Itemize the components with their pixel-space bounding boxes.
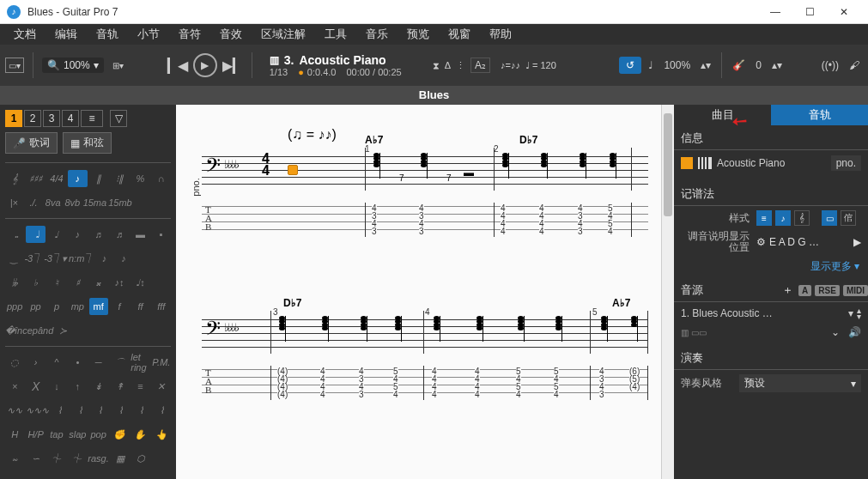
menu-window[interactable]: 视窗: [440, 24, 479, 45]
brush-down-icon[interactable]: ↓: [47, 378, 66, 395]
arpeggio-down-icon[interactable]: ↡: [89, 378, 108, 395]
wah-icon[interactable]: ⬡: [131, 450, 150, 467]
sharp-icon[interactable]: ♯: [68, 274, 87, 291]
tuning-value[interactable]: E A D G …: [769, 236, 850, 248]
track-color-swatch[interactable]: [681, 157, 693, 169]
multivoice-icon[interactable]: ≡: [81, 110, 103, 127]
tremolo2-icon[interactable]: ⫽⫽: [44, 474, 63, 479]
menu-tools[interactable]: 工具: [316, 24, 355, 45]
hammer-icon[interactable]: H: [5, 426, 24, 443]
tap-icon[interactable]: tap: [47, 426, 66, 443]
rasg-text-icon[interactable]: rasg.: [88, 450, 108, 467]
chevron-down-icon[interactable]: ▾: [848, 307, 853, 319]
note-tool-active[interactable]: ♪: [68, 170, 87, 187]
finger-icon[interactable]: 👆: [152, 426, 171, 443]
hand-icon[interactable]: ✋: [131, 426, 149, 443]
tab-track[interactable]: 音轨: [771, 105, 868, 125]
quarter-note-icon[interactable]: ♩: [47, 226, 66, 243]
dblflat-icon[interactable]: 𝄫: [5, 274, 24, 291]
decoration6-icon[interactable]: ⌇: [152, 402, 171, 419]
timesig-icon[interactable]: 4/4: [47, 170, 66, 187]
decoration1-icon[interactable]: ⌇: [51, 402, 70, 419]
edit-cursor[interactable]: [288, 165, 298, 175]
natural-icon[interactable]: ♮: [47, 274, 66, 291]
play-button[interactable]: ▶: [193, 53, 217, 77]
dyn-mp[interactable]: mp: [68, 298, 87, 315]
track-info[interactable]: ▥ 3. Acoustic Piano 1/13 ● 0:0.4.0 00:00…: [270, 53, 402, 77]
ottava-bassa-icon[interactable]: 8vb: [64, 194, 82, 211]
waveform-icon[interactable]: ▥ ▭▭: [681, 328, 707, 337]
repeat-alt-icon[interactable]: |×: [5, 194, 23, 211]
dyn-ff[interactable]: ff: [131, 298, 149, 315]
add-sound-icon[interactable]: ＋: [782, 282, 793, 298]
chevron-down-icon[interactable]: ▾: [851, 378, 856, 390]
dblsharp-icon[interactable]: 𝄪: [89, 274, 108, 291]
ottava-icon[interactable]: 8va: [44, 194, 62, 211]
expand-down-icon[interactable]: ⌄: [831, 326, 840, 338]
lyrics-button[interactable]: 🎤歌词: [5, 132, 58, 154]
wide-vib-icon[interactable]: ∿∿∿: [26, 402, 49, 419]
badge-midi[interactable]: MIDI: [843, 285, 868, 296]
skip-back-button[interactable]: ▎◀: [167, 58, 188, 74]
style-standard[interactable]: ≡: [756, 210, 772, 226]
tuplet-menu-icon[interactable]: -3⏋▾: [44, 250, 67, 267]
rasg-icon[interactable]: ≡: [131, 378, 149, 395]
ntuplet-icon[interactable]: n:m⏋: [69, 250, 94, 267]
quindicesima-bassa-icon[interactable]: 15mb: [108, 194, 132, 211]
strum-value[interactable]: 预设: [744, 376, 847, 391]
style-opt2[interactable]: 倌: [841, 210, 856, 226]
dyn-ppp[interactable]: ppp: [5, 298, 24, 315]
golpe-icon[interactable]: ✊: [110, 426, 129, 443]
minimize-button[interactable]: —: [758, 2, 792, 22]
mordent2-icon[interactable]: ⏆: [67, 450, 86, 467]
menu-preview[interactable]: 预览: [398, 24, 438, 45]
menu-bar-m[interactable]: 小节: [129, 24, 168, 45]
transpose-stepper[interactable]: ▴▾: [768, 59, 786, 71]
transpose-value[interactable]: 0: [752, 59, 765, 71]
pm-icon[interactable]: P.M.: [152, 354, 171, 371]
menu-note[interactable]: 音符: [170, 24, 209, 45]
coda-icon[interactable]: %: [131, 170, 149, 187]
eighth-note-icon[interactable]: ♪: [68, 226, 87, 243]
close-button[interactable]: ✕: [827, 2, 861, 22]
rest2-icon[interactable]: ▪: [152, 226, 171, 243]
menu-music[interactable]: 音乐: [357, 24, 397, 45]
decoration5-icon[interactable]: ⌇: [132, 402, 151, 419]
loop-button[interactable]: ↺: [619, 57, 641, 74]
hp-icon[interactable]: H/P: [26, 426, 45, 443]
layout-toggle[interactable]: ▭▾: [5, 58, 24, 73]
legato-icon[interactable]: ⌒: [110, 354, 129, 371]
show-more-link[interactable]: 显示更多 ▾: [674, 256, 868, 277]
turn-icon[interactable]: ∽: [26, 450, 45, 467]
tuner-icon[interactable]: 🎸: [729, 59, 749, 71]
thirtysecond-note-icon[interactable]: ♬: [110, 226, 129, 243]
gear-icon[interactable]: ⚙: [756, 236, 766, 248]
tenuto-icon[interactable]: ─: [89, 354, 108, 371]
dyn-f[interactable]: f: [110, 298, 129, 315]
sound-selector[interactable]: 1. Blues Acoustic … ▾ ▴▾: [674, 304, 868, 323]
trill-icon[interactable]: 𝆗: [5, 450, 24, 467]
track-name-field[interactable]: Acoustic Piano: [717, 157, 826, 169]
arpeggio-up-icon[interactable]: ↟: [110, 378, 129, 395]
speed-pct[interactable]: 100%: [660, 59, 694, 71]
menu-help[interactable]: 帮助: [481, 24, 520, 45]
style-opt1[interactable]: ▭: [822, 210, 837, 226]
pop-icon[interactable]: pop: [89, 426, 108, 443]
tab-score[interactable]: 曲目: [674, 105, 771, 125]
dead-note-icon[interactable]: ×: [5, 378, 24, 395]
acc-change2-icon[interactable]: ♩↕: [131, 274, 149, 291]
simile-icon[interactable]: ./.: [25, 194, 43, 211]
badge-rse[interactable]: RSE: [815, 285, 840, 296]
scrollbar-thumb[interactable]: [664, 113, 672, 216]
dyn-p[interactable]: p: [47, 298, 66, 315]
menu-edit[interactable]: 编辑: [46, 24, 86, 45]
slap-icon[interactable]: slap: [68, 426, 87, 443]
tremolo3-icon[interactable]: ⫽⫽⫽: [64, 474, 93, 479]
dyn-mf[interactable]: mf: [89, 298, 108, 315]
countdown-icon[interactable]: ⋮: [456, 60, 465, 71]
fermata-icon[interactable]: ∩: [152, 170, 171, 187]
decresc-icon[interactable]: ≻: [55, 322, 70, 339]
tie-icon[interactable]: ‿: [5, 250, 22, 267]
style-slash[interactable]: 𝄞: [794, 210, 810, 226]
menu-file[interactable]: 文档: [5, 24, 45, 45]
